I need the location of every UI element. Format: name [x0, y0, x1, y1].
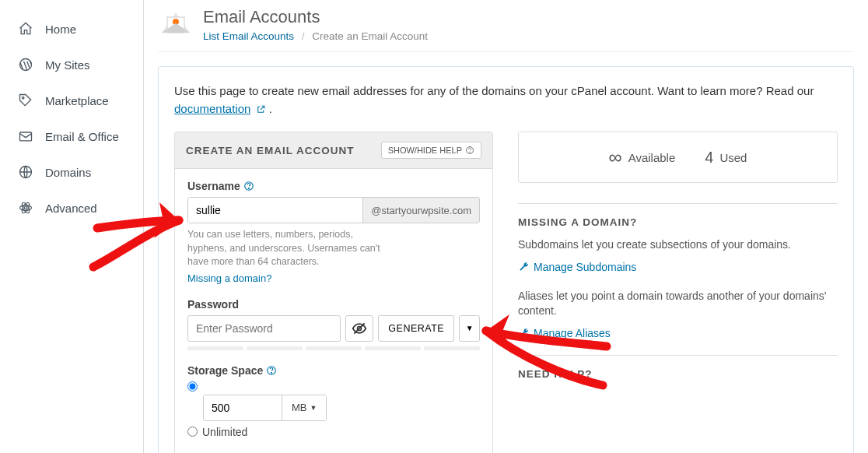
content-card: Use this page to create new email addres…	[158, 66, 854, 453]
password-label: Password	[187, 298, 239, 311]
missing-domain-link[interactable]: Missing a domain?	[187, 272, 480, 284]
storage-limited-radio[interactable]	[187, 381, 198, 392]
generate-password-button[interactable]: GENERATE	[378, 315, 454, 342]
documentation-link[interactable]: documentation	[174, 102, 250, 115]
caret-down-icon: ▼	[466, 324, 474, 332]
username-input[interactable]	[188, 198, 362, 223]
storage-value-input[interactable]	[204, 395, 282, 420]
email-stats: ∞ Available 4 Used	[518, 132, 838, 183]
tag-icon	[17, 92, 34, 109]
sidebar-item-marketplace[interactable]: Marketplace	[0, 83, 143, 118]
sidebar-item-label: Email & Office	[45, 130, 119, 143]
email-accounts-icon	[158, 6, 194, 42]
sidebar-item-home[interactable]: Home	[0, 11, 143, 47]
sidebar-item-label: Domains	[45, 166, 91, 179]
panel-title: CREATE AN EMAIL ACCOUNT	[186, 145, 355, 156]
sidebar-item-label: Home	[45, 23, 76, 36]
generate-options-button[interactable]: ▼	[459, 315, 480, 342]
username-field: Username @startyourwpsite.com You can	[187, 180, 480, 284]
username-hint: You can use letters, numbers, periods, h…	[187, 228, 390, 269]
question-circle-icon[interactable]	[266, 365, 277, 376]
storage-unit-select[interactable]: MB ▼	[282, 395, 326, 420]
username-label: Username	[187, 180, 240, 192]
svg-point-20	[271, 372, 272, 373]
svg-point-14	[470, 152, 471, 153]
unlimited-label: Unlimited	[202, 426, 247, 438]
question-circle-icon	[465, 146, 474, 155]
password-field: Password GENERATE	[187, 298, 480, 350]
sidebar-item-domains[interactable]: Domains	[0, 154, 143, 190]
used-count: 4	[705, 149, 713, 167]
toggle-password-visibility-button[interactable]	[345, 315, 373, 342]
caret-down-icon: ▼	[310, 404, 317, 412]
create-email-panel: CREATE AN EMAIL ACCOUNT SHOW/HIDE HELP	[174, 132, 493, 453]
storage-field: Storage Space	[187, 364, 480, 438]
svg-point-5	[20, 205, 32, 211]
svg-rect-2	[20, 132, 32, 141]
globe-icon	[17, 163, 34, 181]
sidebar-item-label: Advanced	[45, 202, 97, 215]
password-input[interactable]	[187, 315, 341, 342]
subdomain-text: Subdomains let you create subsections of…	[518, 237, 838, 253]
available-label: Available	[628, 151, 676, 164]
manage-subdomains-link[interactable]: Manage Subdomains	[518, 261, 838, 273]
atom-icon	[17, 199, 34, 216]
sidebar-item-mysites[interactable]: My Sites	[0, 47, 143, 83]
sidebar-item-advanced[interactable]: Advanced	[0, 190, 143, 226]
page-title: Email Accounts	[203, 7, 428, 27]
show-hide-help-button[interactable]: SHOW/HIDE HELP	[381, 142, 481, 159]
password-strength-meter	[187, 346, 480, 350]
wrench-icon	[518, 328, 529, 339]
sidebar: Home My Sites Marketplace Email & Office…	[0, 0, 144, 453]
used-label: Used	[719, 151, 747, 164]
svg-point-16	[248, 188, 249, 188]
breadcrumb: List Email Accounts / Create an Email Ac…	[203, 30, 428, 42]
envelope-icon	[17, 128, 34, 145]
wordpress-icon	[17, 56, 34, 73]
breadcrumb-current: Create an Email Account	[312, 30, 428, 42]
svg-point-0	[20, 59, 32, 71]
sidebar-item-email[interactable]: Email & Office	[0, 118, 143, 154]
svg-point-1	[22, 97, 24, 99]
wrench-icon	[518, 262, 529, 272]
missing-domain-heading: MISSING A DOMAIN?	[518, 203, 838, 228]
svg-point-4	[24, 206, 26, 209]
external-link-icon	[256, 104, 266, 114]
intro-text: Use this page to create new email addres…	[174, 83, 838, 118]
question-circle-icon[interactable]	[243, 181, 254, 191]
manage-aliases-link[interactable]: Manage Aliases	[518, 327, 838, 339]
storage-unlimited-radio[interactable]	[187, 427, 198, 437]
storage-label: Storage Space	[187, 364, 263, 377]
infinity-icon: ∞	[609, 146, 622, 168]
sidebar-item-label: My Sites	[45, 58, 90, 72]
eye-off-icon	[352, 321, 367, 336]
sidebar-item-label: Marketplace	[45, 94, 109, 107]
domain-addon[interactable]: @startyourwpsite.com	[362, 198, 479, 223]
alias-text: Aliases let you point a domain towards a…	[518, 289, 838, 319]
main-content: Email Accounts List Email Accounts / Cre…	[144, 0, 868, 453]
home-icon	[17, 20, 34, 37]
breadcrumb-link[interactable]: List Email Accounts	[203, 30, 294, 42]
need-help-heading: NEED HELP?	[518, 355, 838, 380]
page-header: Email Accounts List Email Accounts / Cre…	[158, 0, 854, 52]
